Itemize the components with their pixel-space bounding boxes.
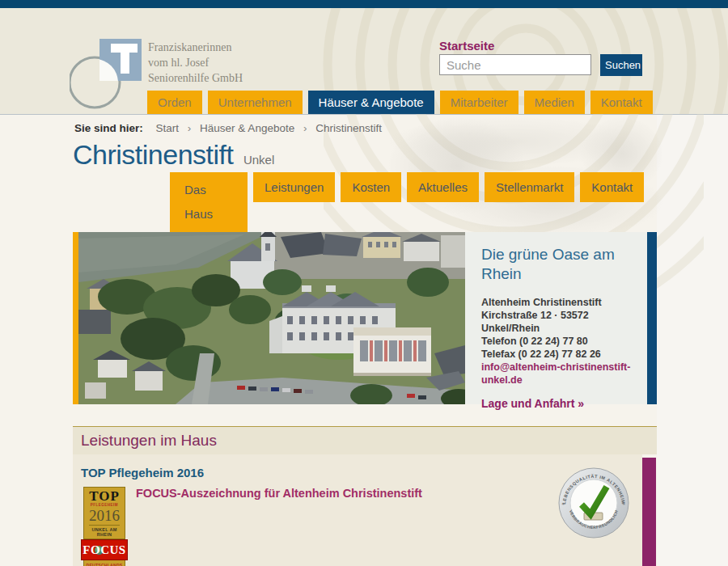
nav-item-haeuser-angebote[interactable]: Häuser & Angebote xyxy=(308,91,434,114)
subnav-leistungen[interactable]: Leistungen xyxy=(253,172,335,202)
top-bar xyxy=(0,0,728,8)
logo-mark-icon xyxy=(70,32,150,113)
header: Franziskanerinnen vom hl. Josef Senioren… xyxy=(0,8,728,115)
hero: Die grüne Oase am Rhein Altenheim Christ… xyxy=(73,232,657,404)
badge-gold-top: TOP PFLEGEHEIM 2016 UNKEL AM RHEIN xyxy=(83,487,125,539)
seal-separator-left: ✳ xyxy=(561,501,565,506)
search-button[interactable]: Suchen xyxy=(600,54,642,76)
focus-article-link[interactable]: FOCUS-Auszeichnung für Altenheim Christi… xyxy=(136,487,422,500)
badge-divider xyxy=(89,525,120,526)
subnav-das-haus[interactable]: Das Haus xyxy=(170,172,248,232)
address-line: Telefax (0 22 24) 77 82 26 xyxy=(481,348,636,361)
breadcrumb-separator: › xyxy=(188,122,192,134)
nav-item-unternehmen[interactable]: Unternehmen xyxy=(208,91,303,114)
focus-logo: FOCUS xyxy=(81,539,128,560)
title-subtitle: Unkel xyxy=(243,153,274,167)
section-band: Leistungen im Haus xyxy=(73,426,657,454)
seal-separator-right: ✳ xyxy=(622,501,625,506)
logo-line-2: vom hl. Josef xyxy=(148,55,243,70)
nav-item-orden[interactable]: Orden xyxy=(147,91,202,114)
logo-line-1: Franziskanerinnen xyxy=(148,40,243,55)
hero-heading: Die grüne Oase am Rhein xyxy=(481,245,636,284)
page: Franziskanerinnen vom hl. Josef Senioren… xyxy=(0,0,728,566)
title-text: Christinenstift xyxy=(73,139,233,170)
hero-info-box: Die grüne Oase am Rhein Altenheim Christ… xyxy=(465,232,647,404)
email-link[interactable]: info@altenheim-christinenstift-unkel.de xyxy=(481,361,635,386)
subnav-aktuelles[interactable]: Aktuelles xyxy=(407,172,479,202)
nav-item-mitarbeiter[interactable]: Mitarbeiter xyxy=(440,91,518,114)
nav-item-medien[interactable]: Medien xyxy=(524,91,585,114)
lage-anfahrt-link[interactable]: Lage und Anfahrt » xyxy=(481,397,636,410)
sub-nav: Das Haus Leistungen Kosten Aktuelles Ste… xyxy=(170,172,644,232)
breadcrumb-current: Christinenstift xyxy=(315,122,382,134)
breadcrumb-separator: › xyxy=(303,122,307,134)
purple-accent-bar xyxy=(642,458,656,566)
badge-year: 2016 xyxy=(84,508,125,523)
hero-image xyxy=(78,232,465,404)
breadcrumb: Sie sind hier: Start › Häuser & Angebote… xyxy=(74,122,382,134)
right-margin xyxy=(657,114,728,566)
section-heading: Leistungen im Haus xyxy=(73,427,657,454)
hero-orange-stripe xyxy=(73,232,78,404)
page-title: Christinenstift Unkel xyxy=(73,139,274,171)
address-line: Altenheim Christinenstift xyxy=(481,296,636,309)
quality-seal-icon: LEBENSQUALITÄT IM ALTENHEIM VERBRAUCHERF… xyxy=(558,467,629,539)
badge-location: UNKEL AM RHEIN xyxy=(91,527,118,537)
badge-tagline: DEUTSCHLANDS GRÖSSTER PFLEGEHEIM VERGLEI… xyxy=(83,560,125,566)
breadcrumb-prefix: Sie sind hier: xyxy=(74,122,143,134)
subnav-stellenmarkt[interactable]: Stellenmarkt xyxy=(485,172,574,202)
breadcrumb-haeuser-angebote[interactable]: Häuser & Angebote xyxy=(200,122,294,134)
focus-brand: FOCUS xyxy=(82,544,127,556)
address-line: Telefon (0 22 24) 77 80 xyxy=(481,335,636,348)
logo-text: Franziskanerinnen vom hl. Josef Senioren… xyxy=(148,40,243,86)
subnav-kontakt[interactable]: Kontakt xyxy=(580,172,644,202)
search-input[interactable] xyxy=(439,54,591,75)
badge-top-label: TOP xyxy=(84,490,125,503)
article-title: TOP Pflegeheim 2016 xyxy=(81,466,204,479)
startseite-link[interactable]: Startseite xyxy=(439,39,494,53)
logo-line-3: Seniorenhilfe GmbH xyxy=(148,70,243,86)
main-nav: Orden Unternehmen Häuser & Angebote Mita… xyxy=(147,91,653,114)
address-block: Altenheim Christinenstift Kirchstraße 12… xyxy=(481,296,636,361)
address-line: Kirchstraße 12 · 53572 xyxy=(481,309,636,322)
top-pflegeheim-badge: TOP PFLEGEHEIM 2016 UNKEL AM RHEIN FOCUS… xyxy=(83,487,125,566)
hero-blue-bar xyxy=(647,232,657,404)
nav-item-kontakt[interactable]: Kontakt xyxy=(590,91,653,114)
breadcrumb-start[interactable]: Start xyxy=(156,122,180,134)
subnav-kosten[interactable]: Kosten xyxy=(341,172,401,202)
address-line: Unkel/Rhein xyxy=(481,322,636,335)
